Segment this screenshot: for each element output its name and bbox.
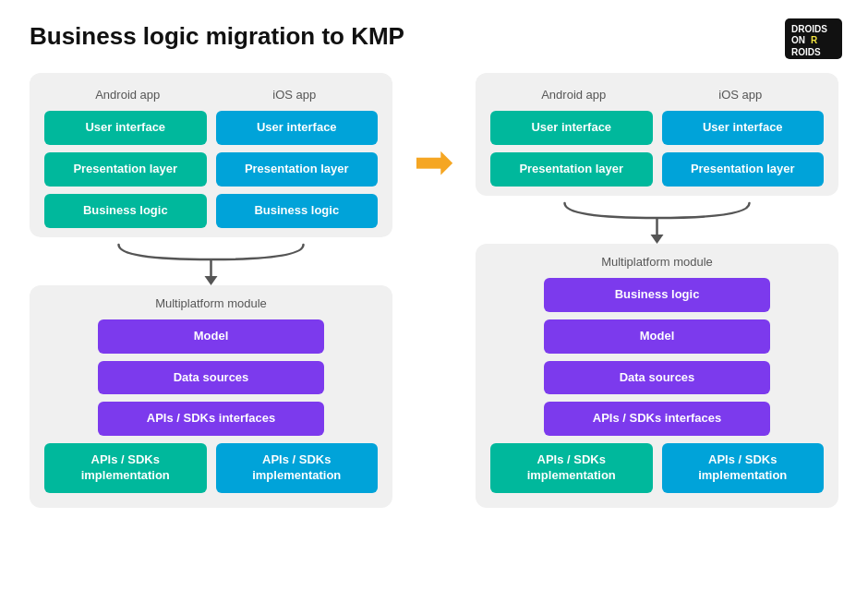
right-ios-pres: Presentation layer [662,152,825,187]
right-diagram: Android app iOS app User interface Prese… [476,73,838,508]
left-ios-pres: Presentation layer [216,152,379,187]
right-top-box: Android app iOS app User interface Prese… [476,73,838,196]
right-apis-interfaces-btn: APIs / SDKs interfaces [544,402,770,436]
main-row: Android app iOS app User interface Prese… [30,73,838,508]
right-bracket-arrow [476,199,838,244]
left-app-columns: User interface Presentation layer Busine… [44,111,378,228]
page-title: Business logic migration to KMP [30,22,838,51]
left-android-label: Android app [44,88,211,102]
left-module-items: Model Data sources APIs / SDKs interface… [44,319,378,493]
center-arrow: ➡ [414,138,454,186]
right-app-columns: User interface Presentation layer User i… [490,111,824,187]
left-android-ui: User interface [44,111,207,145]
right-android-ui: User interface [490,111,653,145]
right-impl-row: APIs / SDKs implementation APIs / SDKs i… [490,443,824,493]
left-diagram: Android app iOS app User interface Prese… [30,73,392,508]
left-android-impl-btn: APIs / SDKs implementation [44,443,207,493]
right-ios-label: iOS app [657,88,825,102]
svg-marker-6 [205,276,218,285]
left-ios-label: iOS app [211,88,379,102]
left-bottom-box: Multiplatform module Model Data sources … [30,285,392,508]
left-top-box: Android app iOS app User interface Prese… [30,73,392,237]
logo: DROIDS ON R ROIDS [785,18,842,59]
left-bracket-arrow [30,241,392,285]
left-android-col: User interface Presentation layer Busine… [44,111,207,228]
svg-text:ROIDS: ROIDS [791,47,821,57]
right-app-labels: Android app iOS app [490,88,824,102]
right-ios-ui: User interface [662,111,825,145]
right-android-label: Android app [490,88,657,102]
left-ios-impl-btn: APIs / SDKs implementation [216,443,379,493]
left-app-labels: Android app iOS app [44,88,378,102]
right-android-col: User interface Presentation layer [490,111,653,187]
left-android-pres: Presentation layer [44,152,207,187]
svg-text:ON: ON [791,35,805,45]
left-ios-ui: User interface [216,111,379,145]
left-model-btn: Model [98,319,324,354]
center-arrow-col: ➡ [409,73,459,186]
right-android-pres: Presentation layer [490,152,653,187]
right-module-items: Business logic Model Data sources APIs /… [490,278,824,493]
right-datasources-btn: Data sources [544,361,770,395]
left-impl-row: APIs / SDKs implementation APIs / SDKs i… [44,443,378,493]
left-android-biz: Business logic [44,194,207,228]
left-datasources-btn: Data sources [98,361,324,395]
svg-text:R: R [811,35,818,45]
right-model-btn: Model [544,319,770,354]
right-biz-btn: Business logic [544,278,770,312]
svg-marker-8 [651,235,664,244]
right-bottom-box: Multiplatform module Business logic Mode… [476,244,838,508]
right-ios-impl-btn: APIs / SDKs implementation [662,443,825,493]
left-ios-biz: Business logic [216,194,379,228]
right-module-label: Multiplatform module [490,255,824,269]
right-android-impl-btn: APIs / SDKs implementation [490,443,653,493]
left-module-label: Multiplatform module [44,296,378,310]
svg-text:DROIDS: DROIDS [791,24,827,34]
left-ios-col: User interface Presentation layer Busine… [216,111,379,228]
left-apis-interfaces-btn: APIs / SDKs interfaces [98,402,324,436]
right-ios-col: User interface Presentation layer [662,111,825,187]
